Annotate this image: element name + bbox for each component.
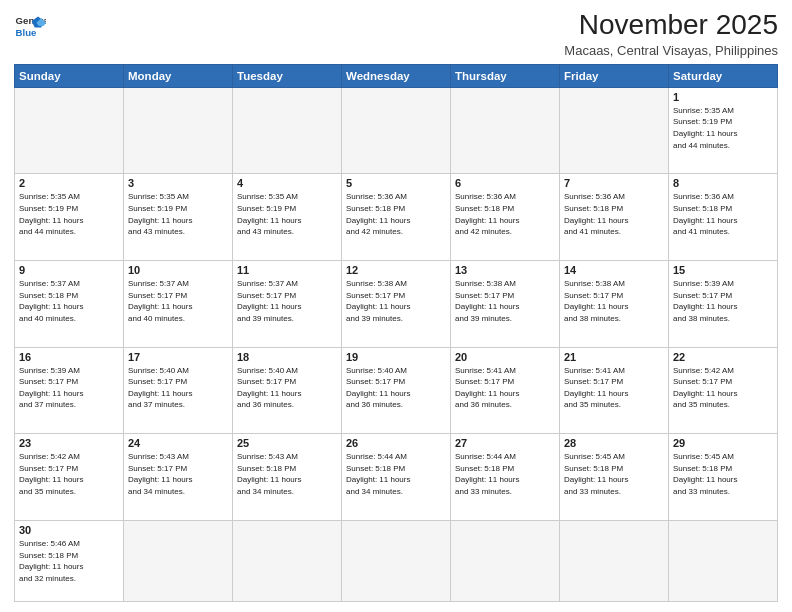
generalblue-logo-icon: General Blue — [14, 10, 46, 42]
month-title: November 2025 — [564, 10, 778, 41]
day-number: 22 — [673, 351, 773, 363]
day-number: 11 — [237, 264, 337, 276]
day-number: 8 — [673, 177, 773, 189]
day-number: 3 — [128, 177, 228, 189]
day-number: 15 — [673, 264, 773, 276]
calendar-cell — [124, 520, 233, 601]
calendar-cell: 5Sunrise: 5:36 AM Sunset: 5:18 PM Daylig… — [342, 174, 451, 261]
day-number: 12 — [346, 264, 446, 276]
calendar-cell: 27Sunrise: 5:44 AM Sunset: 5:18 PM Dayli… — [451, 434, 560, 521]
day-number: 5 — [346, 177, 446, 189]
page: General Blue November 2025 Macaas, Centr… — [0, 0, 792, 612]
calendar-cell: 29Sunrise: 5:45 AM Sunset: 5:18 PM Dayli… — [669, 434, 778, 521]
calendar-week-row: 30Sunrise: 5:46 AM Sunset: 5:18 PM Dayli… — [15, 520, 778, 601]
day-number: 7 — [564, 177, 664, 189]
day-info: Sunrise: 5:41 AM Sunset: 5:17 PM Dayligh… — [455, 365, 555, 411]
calendar-cell: 17Sunrise: 5:40 AM Sunset: 5:17 PM Dayli… — [124, 347, 233, 434]
calendar-week-row: 1Sunrise: 5:35 AM Sunset: 5:19 PM Daylig… — [15, 87, 778, 174]
calendar-cell — [233, 520, 342, 601]
weekday-header-sunday: Sunday — [15, 64, 124, 87]
calendar-cell: 13Sunrise: 5:38 AM Sunset: 5:17 PM Dayli… — [451, 261, 560, 348]
calendar-cell — [342, 520, 451, 601]
calendar-cell: 20Sunrise: 5:41 AM Sunset: 5:17 PM Dayli… — [451, 347, 560, 434]
day-number: 1 — [673, 91, 773, 103]
day-number: 27 — [455, 437, 555, 449]
day-info: Sunrise: 5:44 AM Sunset: 5:18 PM Dayligh… — [455, 451, 555, 497]
calendar-cell: 19Sunrise: 5:40 AM Sunset: 5:17 PM Dayli… — [342, 347, 451, 434]
day-info: Sunrise: 5:42 AM Sunset: 5:17 PM Dayligh… — [673, 365, 773, 411]
day-number: 13 — [455, 264, 555, 276]
day-number: 25 — [237, 437, 337, 449]
day-info: Sunrise: 5:46 AM Sunset: 5:18 PM Dayligh… — [19, 538, 119, 584]
day-number: 18 — [237, 351, 337, 363]
weekday-header-monday: Monday — [124, 64, 233, 87]
calendar-cell — [451, 87, 560, 174]
day-number: 28 — [564, 437, 664, 449]
day-info: Sunrise: 5:40 AM Sunset: 5:17 PM Dayligh… — [346, 365, 446, 411]
calendar-cell: 18Sunrise: 5:40 AM Sunset: 5:17 PM Dayli… — [233, 347, 342, 434]
calendar-week-row: 2Sunrise: 5:35 AM Sunset: 5:19 PM Daylig… — [15, 174, 778, 261]
calendar-cell: 12Sunrise: 5:38 AM Sunset: 5:17 PM Dayli… — [342, 261, 451, 348]
day-info: Sunrise: 5:39 AM Sunset: 5:17 PM Dayligh… — [673, 278, 773, 324]
calendar-cell: 28Sunrise: 5:45 AM Sunset: 5:18 PM Dayli… — [560, 434, 669, 521]
day-info: Sunrise: 5:43 AM Sunset: 5:17 PM Dayligh… — [128, 451, 228, 497]
calendar-cell: 8Sunrise: 5:36 AM Sunset: 5:18 PM Daylig… — [669, 174, 778, 261]
weekday-header-thursday: Thursday — [451, 64, 560, 87]
day-info: Sunrise: 5:40 AM Sunset: 5:17 PM Dayligh… — [128, 365, 228, 411]
calendar-cell: 14Sunrise: 5:38 AM Sunset: 5:17 PM Dayli… — [560, 261, 669, 348]
day-number: 4 — [237, 177, 337, 189]
day-number: 10 — [128, 264, 228, 276]
calendar-cell: 7Sunrise: 5:36 AM Sunset: 5:18 PM Daylig… — [560, 174, 669, 261]
calendar-week-row: 16Sunrise: 5:39 AM Sunset: 5:17 PM Dayli… — [15, 347, 778, 434]
day-info: Sunrise: 5:36 AM Sunset: 5:18 PM Dayligh… — [673, 191, 773, 237]
day-number: 30 — [19, 524, 119, 536]
day-info: Sunrise: 5:45 AM Sunset: 5:18 PM Dayligh… — [564, 451, 664, 497]
calendar-cell — [342, 87, 451, 174]
day-info: Sunrise: 5:36 AM Sunset: 5:18 PM Dayligh… — [455, 191, 555, 237]
day-info: Sunrise: 5:44 AM Sunset: 5:18 PM Dayligh… — [346, 451, 446, 497]
calendar-cell: 23Sunrise: 5:42 AM Sunset: 5:17 PM Dayli… — [15, 434, 124, 521]
day-number: 26 — [346, 437, 446, 449]
weekday-header-tuesday: Tuesday — [233, 64, 342, 87]
calendar-cell: 22Sunrise: 5:42 AM Sunset: 5:17 PM Dayli… — [669, 347, 778, 434]
calendar-cell: 26Sunrise: 5:44 AM Sunset: 5:18 PM Dayli… — [342, 434, 451, 521]
day-number: 19 — [346, 351, 446, 363]
calendar-cell — [124, 87, 233, 174]
calendar-cell: 11Sunrise: 5:37 AM Sunset: 5:17 PM Dayli… — [233, 261, 342, 348]
location-title: Macaas, Central Visayas, Philippines — [564, 43, 778, 58]
day-number: 17 — [128, 351, 228, 363]
calendar-cell: 16Sunrise: 5:39 AM Sunset: 5:17 PM Dayli… — [15, 347, 124, 434]
day-info: Sunrise: 5:35 AM Sunset: 5:19 PM Dayligh… — [128, 191, 228, 237]
day-number: 9 — [19, 264, 119, 276]
calendar-cell — [233, 87, 342, 174]
day-info: Sunrise: 5:37 AM Sunset: 5:18 PM Dayligh… — [19, 278, 119, 324]
calendar-cell: 4Sunrise: 5:35 AM Sunset: 5:19 PM Daylig… — [233, 174, 342, 261]
svg-text:Blue: Blue — [16, 27, 37, 38]
day-number: 16 — [19, 351, 119, 363]
weekday-header-friday: Friday — [560, 64, 669, 87]
calendar-week-row: 9Sunrise: 5:37 AM Sunset: 5:18 PM Daylig… — [15, 261, 778, 348]
header: General Blue November 2025 Macaas, Centr… — [14, 10, 778, 58]
calendar-cell: 30Sunrise: 5:46 AM Sunset: 5:18 PM Dayli… — [15, 520, 124, 601]
day-info: Sunrise: 5:38 AM Sunset: 5:17 PM Dayligh… — [455, 278, 555, 324]
day-info: Sunrise: 5:38 AM Sunset: 5:17 PM Dayligh… — [346, 278, 446, 324]
day-info: Sunrise: 5:39 AM Sunset: 5:17 PM Dayligh… — [19, 365, 119, 411]
day-info: Sunrise: 5:37 AM Sunset: 5:17 PM Dayligh… — [237, 278, 337, 324]
day-info: Sunrise: 5:35 AM Sunset: 5:19 PM Dayligh… — [19, 191, 119, 237]
calendar-cell — [15, 87, 124, 174]
day-info: Sunrise: 5:45 AM Sunset: 5:18 PM Dayligh… — [673, 451, 773, 497]
weekday-header-saturday: Saturday — [669, 64, 778, 87]
calendar-cell: 21Sunrise: 5:41 AM Sunset: 5:17 PM Dayli… — [560, 347, 669, 434]
day-number: 14 — [564, 264, 664, 276]
day-info: Sunrise: 5:38 AM Sunset: 5:17 PM Dayligh… — [564, 278, 664, 324]
day-number: 23 — [19, 437, 119, 449]
day-info: Sunrise: 5:35 AM Sunset: 5:19 PM Dayligh… — [237, 191, 337, 237]
day-info: Sunrise: 5:36 AM Sunset: 5:18 PM Dayligh… — [346, 191, 446, 237]
calendar-cell: 24Sunrise: 5:43 AM Sunset: 5:17 PM Dayli… — [124, 434, 233, 521]
calendar-cell — [560, 520, 669, 601]
day-info: Sunrise: 5:36 AM Sunset: 5:18 PM Dayligh… — [564, 191, 664, 237]
day-number: 6 — [455, 177, 555, 189]
calendar-cell — [560, 87, 669, 174]
calendar-cell: 1Sunrise: 5:35 AM Sunset: 5:19 PM Daylig… — [669, 87, 778, 174]
day-info: Sunrise: 5:40 AM Sunset: 5:17 PM Dayligh… — [237, 365, 337, 411]
